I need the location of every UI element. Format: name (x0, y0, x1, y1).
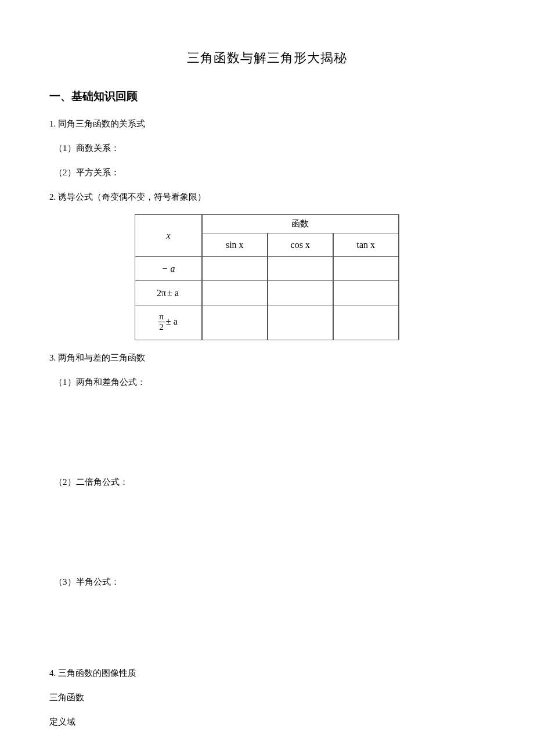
row1-label: − a (135, 257, 202, 281)
section-heading: 一、基础知识回顾 (49, 89, 485, 104)
th-tan: tan x (333, 233, 399, 257)
item-1-sub2: （2）平方关系： (49, 165, 485, 179)
row1-tan (333, 257, 399, 281)
formula-table-wrap: x 函数 sin x cos x tan x − a 2π± a π (49, 214, 485, 340)
th-x: x (135, 215, 202, 257)
row2-sin (202, 281, 268, 305)
th-cos: cos x (268, 233, 333, 257)
item-1: 1. 同角三角函数的关系式 (49, 117, 485, 131)
formula-table: x 函数 sin x cos x tan x − a 2π± a π (135, 214, 399, 340)
item-3-sub1: （1）两角和差角公式： (49, 375, 485, 389)
item-4: 4. 三角函数的图像性质 (49, 666, 485, 680)
blank-space-2 (49, 499, 485, 575)
item-3-sub2: （2）二倍角公式： (49, 475, 485, 489)
row1-sin (202, 257, 268, 281)
row3-tan (333, 305, 399, 340)
th-sin: sin x (202, 233, 268, 257)
row3-label: π 2 ± a (135, 305, 202, 340)
row2-cos (268, 281, 333, 305)
row1-cos (268, 257, 333, 281)
blank-space-3 (49, 599, 485, 666)
row3-cos (268, 305, 333, 340)
page-title: 三角函数与解三角形大揭秘 (49, 49, 485, 67)
item-1-sub1: （1）商数关系： (49, 141, 485, 155)
item-3: 3. 两角和与差的三角函数 (49, 351, 485, 365)
row2-tan (333, 281, 399, 305)
item-3-sub3: （3）半角公式： (49, 575, 485, 589)
row3-sin (202, 305, 268, 340)
item-4-row1: 三角函数 (49, 690, 485, 704)
item-2: 2. 诱导公式（奇变偶不变，符号看象限） (49, 190, 485, 204)
item-4-row2: 定义域 (49, 715, 485, 729)
th-function: 函数 (202, 215, 399, 233)
blank-space-1 (49, 399, 485, 475)
row2-label: 2π± a (135, 281, 202, 305)
